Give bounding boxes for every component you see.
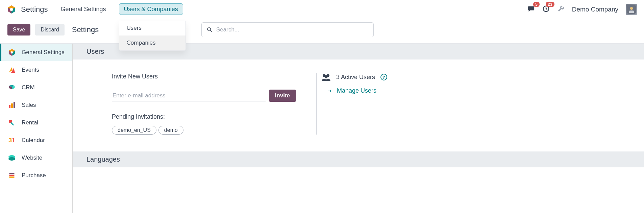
user-avatar[interactable] bbox=[626, 4, 637, 15]
events-icon bbox=[7, 66, 16, 74]
sidebar-item-general-settings[interactable]: General Settings bbox=[0, 44, 72, 61]
invite-email-input[interactable] bbox=[112, 90, 266, 101]
menu-general-settings[interactable]: General Settings bbox=[56, 4, 111, 15]
active-users-count: 3 Active Users bbox=[336, 74, 375, 81]
svg-rect-15 bbox=[9, 173, 15, 174]
sidebar-item-website[interactable]: Website bbox=[0, 149, 72, 167]
svg-rect-8 bbox=[9, 105, 10, 108]
svg-rect-10 bbox=[14, 102, 15, 108]
svg-rect-4 bbox=[629, 10, 634, 13]
pending-invitations-label: Pending Invitations: bbox=[112, 113, 296, 120]
dropdown-item-users[interactable]: Users bbox=[119, 21, 185, 36]
action-bar: Save Discard Settings bbox=[0, 19, 644, 43]
sidebar-item-rental[interactable]: Rental bbox=[0, 114, 72, 132]
menu-users-companies-wrap: Users & Companies Users Companies bbox=[119, 6, 183, 13]
svg-point-20 bbox=[324, 75, 327, 78]
invite-button[interactable]: Invite bbox=[269, 90, 296, 102]
svg-point-14 bbox=[8, 157, 15, 161]
search-icon bbox=[206, 26, 213, 33]
svg-point-0 bbox=[10, 8, 13, 11]
sidebar-item-label: Sales bbox=[22, 102, 36, 109]
sidebar-item-label: Events bbox=[22, 67, 39, 73]
users-companies-dropdown: Users Companies bbox=[119, 21, 186, 51]
dropdown-item-companies[interactable]: Companies bbox=[119, 36, 185, 50]
invite-new-users-title: Invite New Users bbox=[112, 73, 296, 80]
sidebar-item-crm[interactable]: CRM bbox=[0, 79, 72, 96]
users-icon bbox=[321, 73, 331, 81]
search-box[interactable] bbox=[201, 22, 374, 37]
sidebar-item-label: Purchase bbox=[22, 172, 46, 179]
page-title: Settings bbox=[72, 25, 99, 34]
svg-rect-9 bbox=[11, 103, 13, 108]
topbar: Settings General Settings Users & Compan… bbox=[0, 0, 644, 19]
wrench-icon bbox=[557, 5, 565, 13]
messages-button[interactable]: 5 bbox=[527, 5, 535, 14]
sidebar-item-label: Rental bbox=[22, 119, 38, 126]
settings-sidebar: General Settings Events CRM Sales Rental bbox=[0, 44, 73, 213]
calendar-icon: 31 bbox=[7, 136, 16, 145]
app-logo-icon bbox=[7, 5, 16, 14]
app-title: Settings bbox=[21, 5, 48, 14]
search-input[interactable] bbox=[216, 26, 369, 33]
svg-rect-17 bbox=[9, 176, 15, 178]
crm-icon bbox=[7, 83, 16, 92]
pending-chip[interactable]: demo_en_US bbox=[112, 126, 156, 135]
tools-button[interactable] bbox=[557, 5, 565, 14]
sidebar-item-label: CRM bbox=[22, 84, 35, 91]
svg-point-5 bbox=[207, 28, 210, 31]
sales-icon bbox=[7, 101, 16, 110]
pending-chip[interactable]: demo bbox=[158, 126, 183, 135]
company-selector[interactable]: Demo Company bbox=[572, 6, 618, 13]
avatar-icon bbox=[627, 5, 636, 14]
sidebar-item-calendar[interactable]: 31 Calendar bbox=[0, 132, 72, 149]
sidebar-item-purchase[interactable]: Purchase bbox=[0, 167, 72, 184]
purchase-icon bbox=[7, 171, 16, 180]
menu-users-companies[interactable]: Users & Companies bbox=[119, 3, 183, 15]
sidebar-item-label: Website bbox=[22, 155, 42, 161]
activities-badge: 23 bbox=[546, 2, 554, 7]
sidebar-item-label: Calendar bbox=[22, 137, 45, 144]
svg-point-7 bbox=[11, 51, 13, 54]
svg-rect-12 bbox=[10, 122, 14, 126]
sidebar-item-label: General Settings bbox=[22, 49, 65, 56]
settings-app-icon bbox=[7, 48, 16, 57]
svg-point-3 bbox=[630, 7, 633, 10]
rental-icon bbox=[7, 118, 16, 127]
save-button[interactable]: Save bbox=[7, 24, 30, 36]
activities-button[interactable]: 23 bbox=[542, 5, 550, 14]
settings-content: Users Invite New Users Invite Pending In… bbox=[73, 44, 644, 213]
help-icon[interactable]: ? bbox=[380, 74, 387, 80]
sidebar-item-sales[interactable]: Sales bbox=[0, 96, 72, 114]
section-languages-title: Languages bbox=[73, 151, 644, 167]
svg-line-6 bbox=[210, 30, 212, 32]
sidebar-item-events[interactable]: Events bbox=[0, 61, 72, 79]
arrow-right-icon bbox=[327, 89, 333, 93]
svg-rect-16 bbox=[9, 175, 15, 176]
manage-users-link[interactable]: Manage Users bbox=[337, 87, 376, 94]
messages-badge: 5 bbox=[533, 2, 540, 7]
website-icon bbox=[7, 153, 16, 162]
discard-button[interactable]: Discard bbox=[35, 24, 64, 36]
